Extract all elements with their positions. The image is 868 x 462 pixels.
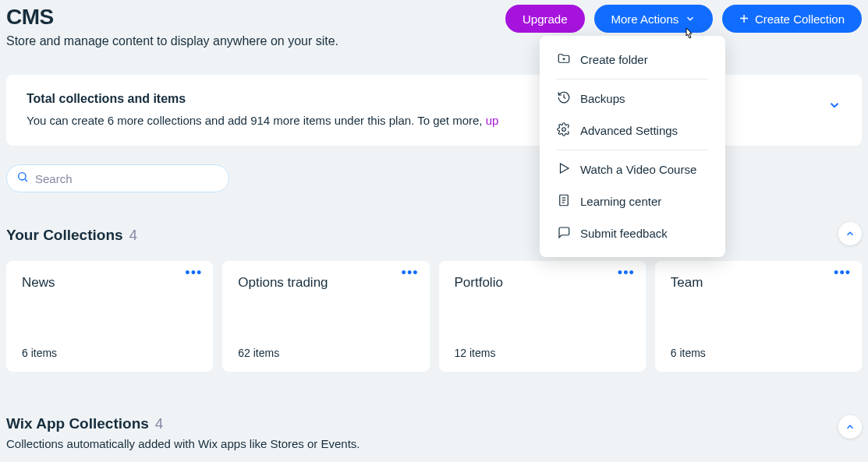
your-collections-title: Your Collections xyxy=(6,227,123,244)
collection-cards: ••• News 6 items ••• Options trading 62 … xyxy=(6,261,862,372)
menu-label: Advanced Settings xyxy=(580,124,678,137)
gear-icon xyxy=(557,122,571,139)
menu-label: Submit feedback xyxy=(580,227,668,240)
card-more-button[interactable]: ••• xyxy=(834,270,851,276)
app-collections-header: Wix App Collections 4 xyxy=(6,415,862,432)
search-input[interactable] xyxy=(35,172,219,185)
collapse-your-collections-button[interactable] xyxy=(838,222,862,245)
more-actions-label: More Actions xyxy=(611,12,679,26)
more-actions-dropdown: Create folder Backups Advanced Settings … xyxy=(540,36,725,257)
card-more-button[interactable]: ••• xyxy=(618,270,635,276)
chevron-down-icon xyxy=(685,13,696,24)
search-input-wrapper[interactable] xyxy=(6,164,229,192)
menu-label: Learning center xyxy=(580,195,661,208)
chat-icon xyxy=(557,225,571,242)
card-item-count: 6 items xyxy=(671,347,846,359)
app-collections-section: Wix App Collections 4 Collections automa… xyxy=(6,415,862,450)
menu-label: Watch a Video Course xyxy=(580,163,696,176)
card-title: Team xyxy=(671,275,846,291)
dropdown-divider xyxy=(557,150,708,150)
dropdown-divider xyxy=(557,79,708,79)
upgrade-link[interactable]: up xyxy=(486,114,499,127)
menu-label: Create folder xyxy=(580,53,648,66)
card-title: News xyxy=(22,275,197,291)
card-item-count: 12 items xyxy=(455,347,630,359)
app-collections-count: 4 xyxy=(155,415,164,432)
page-header: CMS Store and manage content to display … xyxy=(6,5,862,48)
menu-label: Backups xyxy=(580,92,625,105)
collection-card[interactable]: ••• Options trading 62 items xyxy=(222,261,429,372)
card-item-count: 62 items xyxy=(238,347,413,359)
svg-line-1 xyxy=(25,179,27,182)
collapse-app-collections-button[interactable] xyxy=(838,415,862,439)
svg-point-4 xyxy=(562,128,566,132)
app-collections-subtitle: Collections automatically added with Wix… xyxy=(6,437,862,450)
collection-card[interactable]: ••• Portfolio 12 items xyxy=(439,261,646,372)
menu-video-course[interactable]: Watch a Video Course xyxy=(540,153,725,185)
expand-card-button[interactable] xyxy=(827,98,841,115)
card-item-count: 6 items xyxy=(22,347,197,359)
usage-body-text: You can create 6 more collections and ad… xyxy=(27,114,486,127)
usage-info-card: Total collections and items You can crea… xyxy=(6,75,862,146)
document-icon xyxy=(557,193,571,210)
header-actions: Upgrade More Actions + Create Collection xyxy=(505,5,862,33)
your-collections-section: Your Collections 4 ••• News 6 items ••• … xyxy=(6,227,862,372)
folder-plus-icon xyxy=(557,51,571,68)
your-collections-count: 4 xyxy=(129,227,138,244)
upgrade-button[interactable]: Upgrade xyxy=(505,5,585,33)
collection-card[interactable]: ••• News 6 items xyxy=(6,261,213,372)
app-collections-title: Wix App Collections xyxy=(6,415,149,432)
more-actions-button[interactable]: More Actions xyxy=(594,5,714,33)
your-collections-header: Your Collections 4 xyxy=(6,227,862,244)
title-block: CMS Store and manage content to display … xyxy=(6,5,338,48)
upgrade-button-label: Upgrade xyxy=(523,12,568,26)
page-subtitle: Store and manage content to display anyw… xyxy=(6,34,338,48)
menu-submit-feedback[interactable]: Submit feedback xyxy=(540,217,725,249)
card-more-button[interactable]: ••• xyxy=(185,270,202,276)
menu-backups[interactable]: Backups xyxy=(540,83,725,115)
play-icon xyxy=(557,161,571,178)
menu-create-folder[interactable]: Create folder xyxy=(540,44,725,76)
card-title: Portfolio xyxy=(455,275,630,291)
svg-point-0 xyxy=(19,173,26,180)
menu-learning-center[interactable]: Learning center xyxy=(540,185,725,217)
menu-advanced-settings[interactable]: Advanced Settings xyxy=(540,115,725,146)
search-container xyxy=(6,164,862,192)
page-title: CMS xyxy=(6,5,338,30)
svg-marker-5 xyxy=(561,164,569,173)
history-icon xyxy=(557,90,571,107)
card-more-button[interactable]: ••• xyxy=(402,270,419,276)
collection-card[interactable]: ••• Team 6 items xyxy=(655,261,862,372)
search-icon xyxy=(16,171,29,186)
card-title: Options trading xyxy=(238,275,413,291)
create-collection-button[interactable]: + Create Collection xyxy=(722,5,862,33)
create-collection-label: Create Collection xyxy=(755,12,845,26)
